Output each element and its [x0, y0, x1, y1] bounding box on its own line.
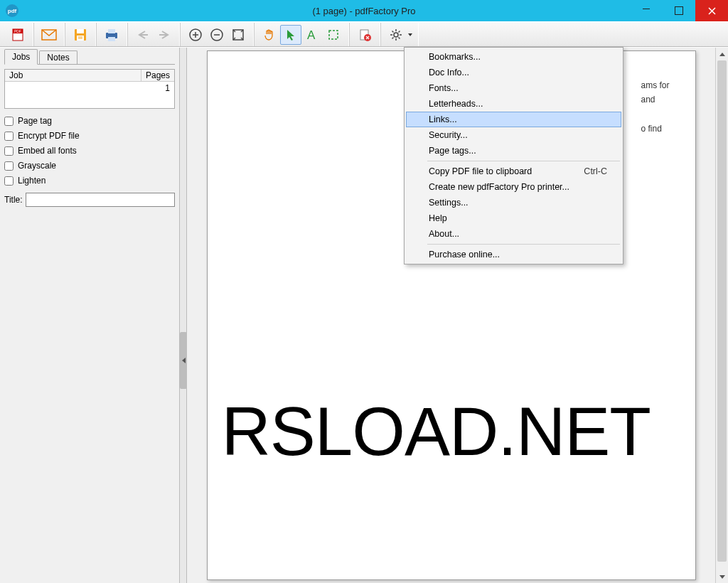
- column-header-job[interactable]: Job: [5, 70, 141, 81]
- crop-tool-icon[interactable]: [323, 25, 344, 45]
- scroll-down-icon[interactable]: [716, 570, 728, 583]
- splitter-grip-icon[interactable]: [180, 332, 187, 389]
- cell-job: [5, 82, 141, 95]
- svg-point-26: [394, 33, 398, 37]
- svg-line-33: [399, 31, 400, 32]
- zoom-out-icon[interactable]: [206, 25, 228, 45]
- pointer-tool-icon[interactable]: [280, 25, 301, 45]
- svg-rect-5: [77, 29, 84, 33]
- cell-pages: 1: [141, 82, 174, 95]
- mail-icon[interactable]: [38, 25, 60, 45]
- scrollbar[interactable]: [715, 48, 728, 583]
- svg-line-32: [399, 37, 400, 38]
- nav-forward-icon[interactable]: [154, 25, 175, 45]
- svg-text:PDF: PDF: [14, 29, 21, 33]
- settings-menu: Bookmarks...Doc Info...Fonts...Letterhea…: [404, 47, 623, 264]
- window-minimize-button[interactable]: [630, 0, 663, 21]
- menu-item-purchase-online[interactable]: Purchase online...: [406, 247, 621, 262]
- menu-item-security[interactable]: Security...: [406, 127, 621, 143]
- svg-rect-10: [108, 29, 115, 33]
- tab-notes[interactable]: Notes: [39, 50, 77, 65]
- toolbar: PDF A: [0, 21, 728, 47]
- titlebar: pdf (1 page) - pdfFactory Pro: [0, 0, 728, 21]
- svg-rect-11: [108, 37, 115, 41]
- column-header-pages[interactable]: Pages: [141, 70, 174, 81]
- fit-page-icon[interactable]: [228, 25, 249, 45]
- option-lighten[interactable]: Lighten: [4, 176, 175, 186]
- menu-item-links[interactable]: Links...: [406, 112, 621, 127]
- option-embed-fonts[interactable]: Embed all fonts: [4, 146, 175, 156]
- splitter[interactable]: [180, 48, 187, 583]
- sidebar: Jobs Notes Job Pages 1 Page tag Encrypt …: [0, 48, 180, 583]
- text-tool-icon[interactable]: A: [301, 25, 323, 45]
- app-icon: pdf: [6, 4, 18, 17]
- zoom-in-icon[interactable]: [185, 25, 206, 45]
- delete-page-icon[interactable]: [354, 25, 375, 45]
- scroll-up-icon[interactable]: [716, 48, 728, 60]
- window-title: (1 page) - pdfFactory Pro: [0, 6, 728, 16]
- menu-item-bookmarks[interactable]: Bookmarks...: [406, 49, 621, 65]
- menu-item-doc-info[interactable]: Doc Info...: [406, 65, 621, 80]
- window-close-button[interactable]: [695, 0, 728, 21]
- save-icon[interactable]: [70, 25, 91, 45]
- scroll-thumb[interactable]: [717, 60, 727, 562]
- nav-back-icon[interactable]: [132, 25, 154, 45]
- window-maximize-button[interactable]: [663, 0, 695, 21]
- pdf-icon[interactable]: PDF: [7, 25, 28, 45]
- menu-separator: [427, 161, 620, 161]
- menu-item-settings[interactable]: Settings...: [406, 195, 621, 210]
- print-icon[interactable]: [101, 25, 122, 45]
- menu-item-letterheads[interactable]: Letterheads...: [406, 96, 621, 112]
- svg-line-34: [392, 37, 394, 38]
- option-page-tag[interactable]: Page tag: [4, 116, 175, 126]
- menu-item-create-new-pdffactory-pro-printer[interactable]: Create new pdfFactory Pro printer...: [406, 179, 621, 195]
- jobs-table: Job Pages 1: [4, 69, 175, 109]
- menu-item-help[interactable]: Help: [406, 210, 621, 226]
- option-encrypt[interactable]: Encrypt PDF file: [4, 131, 175, 141]
- menu-separator: [427, 244, 620, 245]
- gear-icon[interactable]: [385, 25, 407, 45]
- option-grayscale[interactable]: Grayscale: [4, 161, 175, 171]
- hand-tool-icon[interactable]: [259, 25, 280, 45]
- menu-item-fonts[interactable]: Fonts...: [406, 80, 621, 96]
- menu-item-about[interactable]: About...: [406, 226, 621, 242]
- svg-rect-21: [329, 31, 338, 39]
- tab-jobs[interactable]: Jobs: [4, 49, 38, 65]
- table-row[interactable]: 1: [5, 82, 174, 95]
- menu-item-page-tags[interactable]: Page tags...: [406, 143, 621, 159]
- options-list: Page tag Encrypt PDF file Embed all font…: [4, 116, 175, 186]
- watermark-text: RSLOAD.NET: [222, 392, 716, 471]
- menu-item-copy-pdf-file-to-clipboard[interactable]: Copy PDF file to clipboardCtrl-C: [406, 164, 621, 179]
- svg-text:A: A: [307, 28, 316, 41]
- svg-line-31: [392, 31, 394, 32]
- title-label: Title:: [4, 195, 23, 205]
- gear-dropdown-arrow-icon[interactable]: [407, 25, 414, 45]
- sidebar-tabs: Jobs Notes: [4, 49, 175, 65]
- title-input[interactable]: [26, 193, 175, 207]
